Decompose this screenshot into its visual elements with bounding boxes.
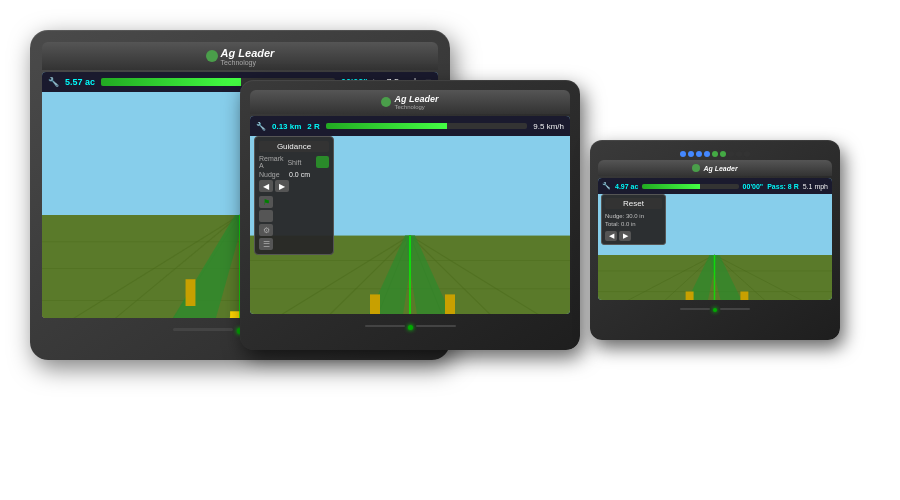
svg-marker-48 xyxy=(686,292,694,300)
logo-icon-medium xyxy=(381,97,391,107)
led-dot-8 xyxy=(736,151,742,157)
svg-marker-33 xyxy=(370,294,380,314)
progress-bar-medium xyxy=(326,123,528,129)
dist-medium: 0.13 km xyxy=(272,122,301,131)
wrench-icon-small: 🔧 xyxy=(602,182,611,190)
logo-sub-large: Technology xyxy=(221,59,275,66)
speed-medium: 9.5 km/h xyxy=(533,122,564,131)
logo-text-small: Ag Leader xyxy=(703,165,737,172)
flag-icon: ⚑ xyxy=(259,196,273,208)
connector-small xyxy=(713,308,717,312)
progress-fill-small xyxy=(642,184,700,189)
svg-marker-49 xyxy=(740,292,748,300)
logo-small: Ag Leader xyxy=(692,164,737,172)
device-small-header: Ag Leader xyxy=(598,160,832,176)
logo-icon-large xyxy=(206,50,218,62)
guidance-remark-row: Remark A Shift xyxy=(259,155,329,169)
guidance-btns-row: ◀ ▶ xyxy=(259,180,329,192)
screen-medium: 🔧 0.13 km 2 R 9.5 km/h Guidance Remark A… xyxy=(250,116,570,314)
reset-panel: Reset Nudge: 30.0 in Total: 0.0 in ◀ ▶ xyxy=(601,194,666,245)
progress-bar-small xyxy=(642,184,738,189)
wrench-icon-large: 🔧 xyxy=(48,77,59,87)
reset-btns: ◀ ▶ xyxy=(605,231,662,241)
prev-btn-medium[interactable]: ◀ xyxy=(259,180,273,192)
prev-btn-small[interactable]: ◀ xyxy=(605,231,617,241)
led-dot-4 xyxy=(704,151,710,157)
guidance-panel: Guidance Remark A Shift Nudge 0.0 cm ◀ ▶ xyxy=(254,136,334,255)
icon2 xyxy=(259,210,273,222)
remark-label: Remark A xyxy=(259,155,285,169)
guidance-title: Guidance xyxy=(259,141,329,152)
wrench-icon-medium: 🔧 xyxy=(256,122,266,131)
logo-large: Ag Leader Technology xyxy=(206,47,275,66)
logo-sub-medium: Technology xyxy=(394,104,438,110)
led-dot-1 xyxy=(680,151,686,157)
screen-small: 🔧 4.97 ac 00'00" Pass: 8 R 5.1 mph Reset… xyxy=(598,178,832,300)
device-bottom-small xyxy=(598,303,832,317)
led-dot-5 xyxy=(712,151,718,157)
next-btn-medium[interactable]: ▶ xyxy=(275,180,289,192)
led-dot-7 xyxy=(728,151,734,157)
nudge-val: 0.0 cm xyxy=(289,171,310,178)
shift-label: Shift xyxy=(287,159,313,166)
area-small: 4.97 ac xyxy=(615,183,638,190)
led-dot-3 xyxy=(696,151,702,157)
speed-small: 5.1 mph xyxy=(803,183,828,190)
progress-fill-medium xyxy=(326,123,447,129)
time-small: 00'00" xyxy=(743,183,764,190)
area-large: 5.57 ac xyxy=(65,77,95,87)
next-btn-small[interactable]: ▶ xyxy=(619,231,631,241)
led-dots xyxy=(598,148,832,160)
logo-icon-small xyxy=(692,164,700,172)
device-medium: Ag Leader Technology 🔧 0.13 km 2 R 9.5 k… xyxy=(240,80,580,350)
device-bottom-medium xyxy=(250,318,570,336)
green-indicator xyxy=(316,156,329,168)
device-large-header: Ag Leader Technology xyxy=(42,42,438,70)
total-info: Total: 0.0 in xyxy=(605,220,662,228)
main-scene: Ag Leader Technology 🔧 5.57 ac 00'02" ▶ … xyxy=(0,0,900,500)
device-small: Ag Leader 🔧 4.97 ac 00'00" Pass: 8 R 5.1… xyxy=(590,140,840,340)
connector-medium xyxy=(408,325,413,330)
led-dot-6 xyxy=(720,151,726,157)
led-dot-2 xyxy=(688,151,694,157)
nudge-info: Nudge: 30.0 in xyxy=(605,212,662,220)
svg-marker-34 xyxy=(445,294,455,314)
nudge-label: Nudge xyxy=(259,171,287,178)
logo-text-medium: Ag Leader xyxy=(394,94,438,104)
logo-medium: Ag Leader Technology xyxy=(381,94,438,110)
side-icons: ⚑ ⚙ ☰ xyxy=(259,196,329,250)
svg-marker-15 xyxy=(186,279,196,306)
topbar-medium: 🔧 0.13 km 2 R 9.5 km/h xyxy=(250,116,570,136)
pass-medium: 2 R xyxy=(307,122,319,131)
reset-title: Reset xyxy=(605,198,662,209)
logo-text-large: Ag Leader xyxy=(221,47,275,59)
guidance-nudge-row: Nudge 0.0 cm xyxy=(259,171,329,178)
device-medium-header: Ag Leader Technology xyxy=(250,90,570,114)
progress-fill-large xyxy=(101,78,241,86)
settings-icon-medium: ⚙ xyxy=(259,224,273,236)
list-icon-medium: ☰ xyxy=(259,238,273,250)
topbar-small: 🔧 4.97 ac 00'00" Pass: 8 R 5.1 mph xyxy=(598,178,832,194)
pass-small: Pass: 8 R xyxy=(767,183,799,190)
led-dot-9 xyxy=(744,151,750,157)
